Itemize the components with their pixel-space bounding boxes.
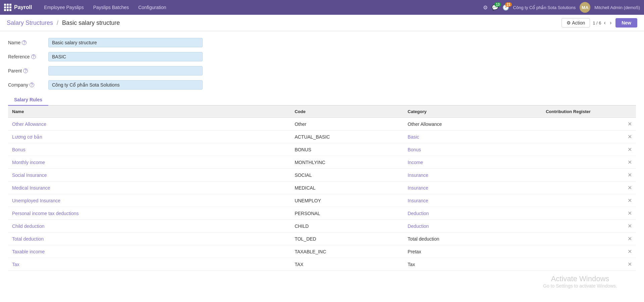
delete-row-button[interactable]: ✕	[628, 134, 632, 140]
table-row: Taxable incomeTAXABLE_INCPretax✕	[8, 245, 636, 258]
new-button[interactable]: New	[615, 18, 637, 28]
menu-employee-payslips[interactable]: Employee Payslips	[40, 3, 88, 12]
parent-input[interactable]	[48, 66, 203, 76]
cell-code: PERSONAL	[290, 207, 404, 220]
top-menu: Employee Payslips Payslips Batches Confi…	[40, 3, 480, 12]
name-row: Name ?	[8, 38, 636, 47]
delete-row-button[interactable]: ✕	[628, 261, 632, 267]
reference-input[interactable]	[48, 52, 203, 61]
app-name: Payroll	[14, 4, 32, 10]
main-content: Name ? Reference ? Parent ? Company ? Sa…	[0, 31, 644, 278]
cell-name[interactable]: Bonus	[8, 143, 290, 156]
delete-row-button[interactable]: ✕	[628, 236, 632, 242]
cell-contribution: ✕	[542, 258, 636, 271]
cell-name[interactable]: Total deduction	[8, 233, 290, 245]
delete-row-button[interactable]: ✕	[628, 223, 632, 229]
action-button[interactable]: ⚙ Action	[561, 18, 590, 28]
cell-category: Other Allowance	[404, 118, 542, 131]
table-row: Social InsuranceSOCIALInsurance✕	[8, 169, 636, 182]
cell-name[interactable]: Medical Insurance	[8, 182, 290, 194]
name-input[interactable]	[48, 38, 203, 47]
cell-category[interactable]: Insurance	[404, 169, 542, 182]
cell-name[interactable]: Lương cơ bản	[8, 131, 290, 143]
delete-row-button[interactable]: ✕	[628, 197, 632, 204]
cell-contribution: ✕	[542, 182, 636, 194]
settings-icon[interactable]: ⚙	[483, 4, 488, 11]
cell-contribution: ✕	[542, 207, 636, 220]
delete-row-button[interactable]: ✕	[628, 159, 632, 165]
cell-contribution: ✕	[542, 156, 636, 169]
table-row: Medical InsuranceMEDICALInsurance✕	[8, 182, 636, 194]
salary-rules-table: Name Code Category Contribution Register…	[8, 106, 636, 271]
table-header-row: Name Code Category Contribution Register	[8, 106, 636, 118]
cell-code: Other	[290, 118, 404, 131]
cell-code: UNEMPLOY	[290, 194, 404, 207]
table-row: Monthly incomeMONTHLYINCIncome✕	[8, 156, 636, 169]
delete-row-button[interactable]: ✕	[628, 121, 632, 127]
cell-category[interactable]: Insurance	[404, 194, 542, 207]
prev-arrow[interactable]: ‹	[603, 19, 607, 27]
delete-row-button[interactable]: ✕	[628, 172, 632, 178]
cell-category[interactable]: Bonus	[404, 143, 542, 156]
col-contribution: Contribution Register	[542, 106, 636, 118]
cell-category: Pretax	[404, 245, 542, 258]
reference-help-icon[interactable]: ?	[31, 54, 36, 59]
col-name: Name	[8, 106, 290, 118]
table-row: TaxTAXTax✕	[8, 258, 636, 271]
user-name[interactable]: Mitchell Admin (demo5)	[594, 5, 640, 10]
next-arrow[interactable]: ›	[608, 19, 613, 27]
cell-code: ACTUAL_BASIC	[290, 131, 404, 143]
cell-name[interactable]: Monthly income	[8, 156, 290, 169]
tab-salary-rules[interactable]: Salary Rules	[8, 94, 48, 106]
breadcrumb-parent[interactable]: Salary Structures	[7, 19, 53, 26]
cell-contribution: ✕	[542, 169, 636, 182]
cell-contribution: ✕	[542, 233, 636, 245]
menu-configuration[interactable]: Configuration	[134, 3, 170, 12]
table-row: Other AllowanceOtherOther Allowance✕	[8, 118, 636, 131]
breadcrumb: Salary Structures / Basic salary structu…	[7, 19, 561, 27]
cell-name[interactable]: Personal income tax deductions	[8, 207, 290, 220]
delete-row-button[interactable]: ✕	[628, 146, 632, 153]
cell-name[interactable]: Other Allowance	[8, 118, 290, 131]
cell-category[interactable]: Deduction	[404, 220, 542, 233]
chat-icon[interactable]: 💬 13	[492, 4, 498, 11]
cell-name[interactable]: Unemployed Insurance	[8, 194, 290, 207]
parent-help-icon[interactable]: ?	[23, 68, 28, 73]
cell-contribution: ✕	[542, 118, 636, 131]
reference-row: Reference ?	[8, 52, 636, 61]
parent-label: Parent ?	[8, 68, 48, 73]
name-help-icon[interactable]: ?	[22, 40, 26, 45]
cell-name[interactable]: Taxable income	[8, 245, 290, 258]
cell-code: MONTHLYINC	[290, 156, 404, 169]
cell-category[interactable]: Insurance	[404, 182, 542, 194]
table-row: BonusBONUSBonus✕	[8, 143, 636, 156]
user-avatar[interactable]: MA	[580, 2, 590, 13]
company-help-icon[interactable]: ?	[30, 83, 34, 87]
reference-label: Reference ?	[8, 54, 48, 59]
cell-name[interactable]: Child deduction	[8, 220, 290, 233]
company-name: Công ty Cổ phần Sota Solutions	[513, 5, 576, 10]
clock-icon[interactable]: 🕐 21	[502, 4, 509, 11]
cell-category[interactable]: Deduction	[404, 207, 542, 220]
menu-payslips-batches[interactable]: Payslips Batches	[89, 3, 133, 12]
app-brand[interactable]: Payroll	[4, 4, 32, 11]
header-bar: Salary Structures / Basic salary structu…	[0, 15, 644, 31]
table-row: Unemployed InsuranceUNEMPLOYInsurance✕	[8, 194, 636, 207]
cell-name[interactable]: Social Insurance	[8, 169, 290, 182]
pagination: 1 / 6 ‹ ›	[593, 19, 613, 27]
col-category: Category	[404, 106, 542, 118]
grid-icon[interactable]	[4, 4, 11, 11]
delete-row-button[interactable]: ✕	[628, 248, 632, 255]
cell-name[interactable]: Tax	[8, 258, 290, 271]
company-input[interactable]	[48, 80, 203, 90]
cell-category[interactable]: Basic	[404, 131, 542, 143]
cell-category: Total deduction	[404, 233, 542, 245]
delete-row-button[interactable]: ✕	[628, 210, 632, 216]
company-row: Company ?	[8, 80, 636, 90]
cell-category[interactable]: Income	[404, 156, 542, 169]
cell-code: TAXABLE_INC	[290, 245, 404, 258]
cell-code: MEDICAL	[290, 182, 404, 194]
name-label: Name ?	[8, 40, 48, 45]
cell-contribution: ✕	[542, 143, 636, 156]
delete-row-button[interactable]: ✕	[628, 185, 632, 191]
